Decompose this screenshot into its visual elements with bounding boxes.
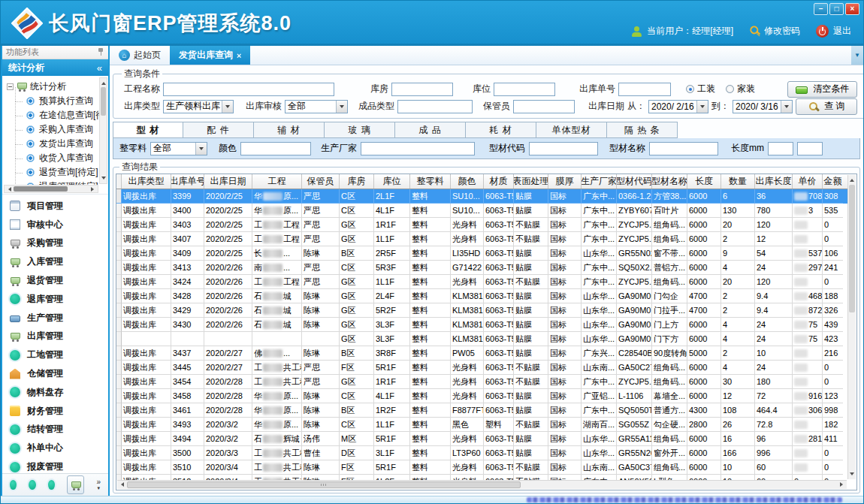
quick-item-icon[interactable] <box>48 480 55 490</box>
tree-item[interactable]: 退货查询[待定] <box>7 165 99 180</box>
document-tab[interactable]: 发货出库查询 × <box>170 46 250 65</box>
column-header[interactable]: 出库长度 <box>755 174 793 189</box>
sidebar-module-item[interactable]: 物料盘存 <box>2 383 108 402</box>
logout-button[interactable]: 退出 <box>816 25 851 38</box>
whole-piece-select[interactable]: 全部 <box>150 142 207 155</box>
material-tab[interactable]: 辅 材 <box>254 122 325 138</box>
sidebar-module-item[interactable]: 项目管理 <box>2 197 108 216</box>
sidebar-module-item[interactable]: 退货管理 <box>2 271 108 290</box>
material-tab[interactable]: 型 材 <box>113 122 183 138</box>
quick-cart-button[interactable] <box>67 475 85 494</box>
date-from-select[interactable]: 2020/ 2/16 <box>648 100 708 113</box>
sidebar-module-item[interactable]: 出库管理 <box>2 327 108 346</box>
column-header[interactable]: 型材名称 <box>652 174 687 189</box>
column-header[interactable]: 金额 <box>823 174 843 189</box>
scroll-right-icon[interactable] <box>840 482 845 487</box>
tree-item[interactable]: 发货出库查询 <box>7 137 99 151</box>
tree-horizontal-scrollbar[interactable] <box>4 185 98 193</box>
collapse-icon[interactable]: « <box>97 62 102 74</box>
sidebar-module-item[interactable]: 结转管理 <box>2 421 108 439</box>
radio-gongzhuang[interactable]: 工装 <box>686 83 715 95</box>
table-row[interactable]: 调拨出库 3494 2020/3/2 石辉城 汤伟 M区 5R1F 整料 光身料… <box>116 432 847 446</box>
tree-item[interactable]: 收货入库查询 <box>7 151 99 165</box>
column-header[interactable]: 材质 <box>484 174 514 189</box>
tab-overflow-caret-icon[interactable]: ▼ <box>851 46 863 65</box>
table-row[interactable]: 调拨出库 3407 2020/2/25 工工程 严思 G区 1L1F 整料 光身… <box>116 232 847 246</box>
column-header[interactable]: 出库日期 <box>204 174 252 189</box>
tree-root[interactable]: 统计分析 <box>7 79 99 94</box>
scroll-thumb[interactable] <box>14 186 68 192</box>
expander-icon[interactable] <box>7 83 14 90</box>
sidebar-module-item[interactable]: 采购管理 <box>2 234 108 253</box>
column-header[interactable]: 库房 <box>340 174 374 189</box>
sidebar-module-item[interactable]: 补单中心 <box>2 439 108 457</box>
keeper-input[interactable] <box>513 100 575 113</box>
table-row[interactable]: 调拨出库 3430 2020/2/26 石城 陈琳 G区 3L3F 整料 KLM… <box>116 318 847 332</box>
table-row[interactable]: 调拨出库 3445 2020/2/27 工共工程 严思 F区 5R1F 整料 光… <box>116 361 847 375</box>
column-header[interactable]: 保管员 <box>302 174 340 189</box>
more-buttons-chevron[interactable]: » ▾ <box>96 479 101 491</box>
scroll-thumb[interactable] <box>849 185 855 312</box>
radio-jiazhuang[interactable]: 家装 <box>726 83 755 95</box>
scroll-thumb[interactable] <box>101 87 106 116</box>
location-input[interactable] <box>494 83 555 96</box>
scroll-left-icon[interactable] <box>119 482 124 487</box>
material-tab[interactable]: 玻 璃 <box>325 122 395 138</box>
sidebar-module-item[interactable]: 仓储管理 <box>2 364 108 383</box>
product-type-input[interactable] <box>397 100 473 113</box>
table-row[interactable]: 调拨出库 3399 2020/2/25 华原... 严思 C区 2L1F 整料 … <box>116 189 847 204</box>
maximize-button[interactable]: □ <box>829 3 844 15</box>
material-tab[interactable]: 耗 材 <box>466 122 536 138</box>
table-row[interactable]: 调拨出库 3454 2020/2/28 工共工程 严思 G区 1R1F 整料 光… <box>116 375 847 389</box>
table-row[interactable]: 调拨出库 3428 2020/2/26 石城 陈琳 G区 2L4F 整料 KLM… <box>116 289 847 303</box>
column-header[interactable]: 工程 <box>252 174 302 189</box>
table-row[interactable]: 调拨出库 3409 2020/2/25 长... 陈琳 B区 2R5F 整料 L… <box>116 246 847 261</box>
scroll-down-icon[interactable] <box>850 472 854 478</box>
profile-name-input[interactable] <box>649 142 718 155</box>
column-header[interactable]: 数量 <box>721 174 755 189</box>
sidebar-module-item[interactable]: 退库管理 <box>2 290 108 309</box>
search-button[interactable]: 查 询 <box>796 98 857 115</box>
close-button[interactable]: × <box>845 3 859 15</box>
order-no-input[interactable] <box>618 83 671 96</box>
warehouse-input[interactable] <box>391 83 453 96</box>
quick-item-icon[interactable] <box>29 480 35 490</box>
quick-item-icon[interactable] <box>10 480 17 490</box>
sidebar-module-item[interactable]: 工地管理 <box>2 346 108 364</box>
table-row[interactable]: 调拨出库 3512 2020/3/4 工共工程 陈琳 F区 1L2F 整料 光身… <box>116 475 847 480</box>
material-tab[interactable]: 成 品 <box>395 122 466 138</box>
out-type-select[interactable]: 生产领料出库 <box>163 100 234 113</box>
column-header[interactable]: 整零料 <box>410 174 451 189</box>
column-header[interactable]: 库位 <box>374 174 410 189</box>
length-max-input[interactable] <box>797 142 823 155</box>
table-row[interactable]: 调拨出库 3424 2020/2/26 工工程 严思 G区 1L1F 整料 光身… <box>116 275 847 289</box>
date-to-select[interactable]: 2020/ 3/16 <box>733 100 793 113</box>
table-row[interactable]: G区 3L3F 整料 KLM3817 6063-T5 贴膜 国标 山东华... … <box>116 332 847 346</box>
tree-item[interactable]: 采购入库查询 <box>7 122 99 137</box>
column-header[interactable]: 长度 <box>687 174 721 189</box>
column-header[interactable]: 生产厂家 <box>582 174 617 189</box>
sidebar-module-item[interactable]: 财务管理 <box>2 402 108 421</box>
column-header[interactable]: 膜厚 <box>548 174 582 189</box>
material-tab[interactable]: 配 件 <box>183 122 254 138</box>
table-row[interactable]: 调拨出库 3500 2020/3/3 工共工程 曹佳 D区 3L1F 整料 LT… <box>116 446 847 460</box>
table-row[interactable]: 调拨出库 3400 2020/2/25 华原... 严思 C区 4L1F 整料 … <box>116 204 847 218</box>
table-row[interactable]: 调拨出库 3429 2020/2/26 石城 陈琳 G区 5R2F 整料 KLM… <box>116 303 847 318</box>
table-row[interactable]: 调拨出库 3413 2020/2/26 南... 严思 C区 5R3F 整料 G… <box>116 261 847 275</box>
column-header[interactable]: 表面处理 <box>514 174 548 189</box>
scroll-up-icon[interactable] <box>850 177 854 182</box>
table-row[interactable]: 调拨出库 3437 2020/2/27 佛... 陈琳 B区 3R8F 整料 P… <box>116 346 847 361</box>
sidebar-module-item[interactable]: 生产管理 <box>2 309 108 327</box>
column-header[interactable]: 型材代码 <box>617 174 652 189</box>
clear-conditions-button[interactable]: 清空条件 <box>787 81 857 98</box>
column-header[interactable]: 单价 <box>793 174 823 189</box>
material-tab[interactable]: 单体型材 <box>536 122 607 138</box>
scroll-thumb[interactable] <box>127 481 521 488</box>
pin-icon[interactable] <box>97 48 104 56</box>
table-row[interactable]: 调拨出库 3493 2020/3/2 华原... 陈琳 C区 1L1F 整料 黑… <box>116 418 847 432</box>
tab-close-icon[interactable]: × <box>237 51 241 60</box>
tree-vertical-scrollbar[interactable] <box>99 77 107 184</box>
tree-item[interactable]: 预算执行查询 <box>7 94 99 108</box>
change-password-link[interactable]: 修改密码 <box>749 25 800 38</box>
material-tab[interactable]: 隔 热 条 <box>607 122 678 138</box>
